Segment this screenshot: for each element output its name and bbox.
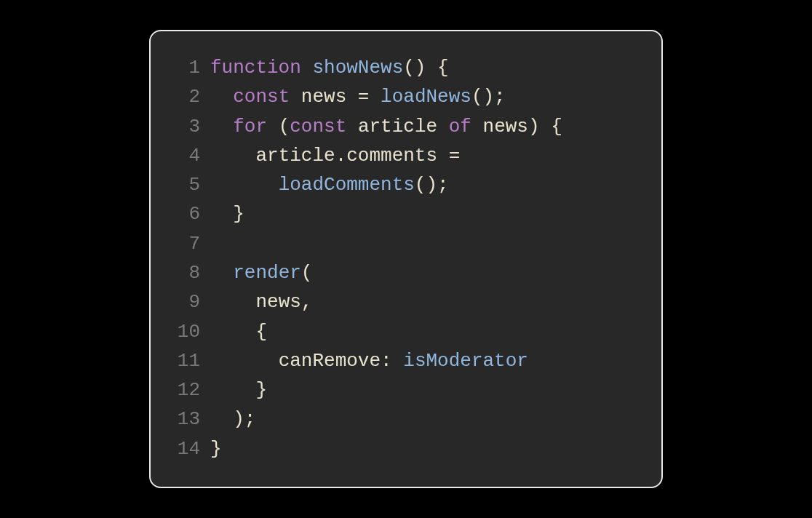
code-line[interactable]: 14} [170, 434, 634, 463]
code-content[interactable]: article.comments = [210, 141, 460, 170]
code-token [437, 116, 449, 138]
line-number: 4 [170, 141, 200, 170]
code-token [210, 145, 255, 167]
code-token: , [301, 291, 313, 313]
code-token: ( [301, 262, 313, 284]
code-line[interactable]: 9 news, [170, 287, 634, 316]
code-content[interactable]: loadComments(); [210, 170, 449, 199]
code-token: : [381, 350, 403, 372]
line-number: 10 [170, 317, 200, 346]
code-line[interactable]: 5 loadComments(); [170, 170, 634, 199]
code-line[interactable]: 12 } [170, 375, 634, 405]
code-token [210, 86, 233, 108]
code-token: ) { [528, 116, 562, 138]
code-line[interactable]: 1function showNews() { [170, 53, 634, 82]
code-token: article [255, 145, 335, 167]
code-content[interactable]: ); [210, 405, 255, 434]
code-token: (); [415, 174, 449, 196]
code-token: } [210, 438, 222, 460]
code-token [210, 116, 233, 138]
code-token [210, 350, 279, 372]
code-token: canRemove [279, 350, 381, 372]
code-content[interactable]: } [210, 199, 244, 228]
code-line[interactable]: 13 ); [170, 405, 634, 434]
code-token: = [346, 86, 381, 108]
code-token [290, 86, 301, 108]
code-line[interactable]: 6 } [170, 199, 634, 228]
code-token: . [335, 145, 347, 167]
code-token: const [233, 86, 290, 108]
code-content[interactable]: canRemove: isModerator [210, 346, 528, 375]
code-token: showNews [312, 57, 403, 79]
line-number: 8 [170, 258, 200, 287]
code-token: for [233, 116, 267, 138]
code-content[interactable]: } [210, 375, 267, 405]
code-block[interactable]: 1function showNews() {2 const news = loa… [170, 53, 634, 463]
code-token: loadNews [381, 86, 471, 108]
code-token [301, 57, 313, 79]
code-token [346, 116, 358, 138]
code-token: () { [403, 57, 448, 79]
code-token: comments [346, 145, 437, 167]
code-token: } [210, 379, 267, 401]
code-token: } [210, 203, 244, 225]
code-content[interactable]: function showNews() { [210, 53, 449, 82]
code-line[interactable]: 8 render( [170, 258, 634, 287]
code-token [210, 174, 279, 196]
code-content[interactable]: } [210, 434, 222, 463]
code-token: ( [267, 116, 290, 138]
code-token: = [437, 145, 460, 167]
line-number: 5 [170, 170, 200, 199]
code-token [471, 116, 483, 138]
code-token: news [483, 116, 528, 138]
line-number: 11 [170, 346, 200, 375]
code-token: isModerator [403, 350, 528, 372]
code-line[interactable]: 10 { [170, 317, 634, 346]
code-token: loadComments [279, 174, 415, 196]
code-token: article [358, 116, 437, 138]
line-number: 14 [170, 434, 200, 463]
code-token: const [290, 116, 346, 138]
code-line[interactable]: 11 canRemove: isModerator [170, 346, 634, 375]
line-number: 7 [170, 229, 200, 258]
code-content[interactable]: for (const article of news) { [210, 112, 562, 141]
code-token [210, 262, 233, 284]
line-number: 2 [170, 82, 200, 111]
code-token: { [210, 321, 267, 343]
line-number: 3 [170, 112, 200, 141]
code-token: (); [471, 86, 506, 108]
line-number: 6 [170, 199, 200, 228]
code-token: render [233, 262, 301, 284]
line-number: 12 [170, 375, 200, 405]
code-token: news [301, 86, 346, 108]
code-token: ); [210, 408, 255, 430]
code-token [210, 291, 255, 313]
code-line[interactable]: 4 article.comments = [170, 141, 634, 170]
code-editor-panel: 1function showNews() {2 const news = loa… [149, 30, 663, 488]
code-line[interactable]: 2 const news = loadNews(); [170, 82, 634, 111]
line-number: 13 [170, 405, 200, 434]
code-line[interactable]: 7 [170, 229, 634, 258]
code-content[interactable]: const news = loadNews(); [210, 82, 506, 111]
code-token: of [449, 116, 471, 138]
code-line[interactable]: 3 for (const article of news) { [170, 112, 634, 141]
line-number: 1 [170, 53, 200, 82]
code-content[interactable]: render( [210, 258, 312, 287]
code-content[interactable]: { [210, 317, 267, 346]
line-number: 9 [170, 287, 200, 316]
code-token: news [255, 291, 300, 313]
code-content[interactable]: news, [210, 287, 312, 316]
code-token: function [210, 57, 301, 79]
